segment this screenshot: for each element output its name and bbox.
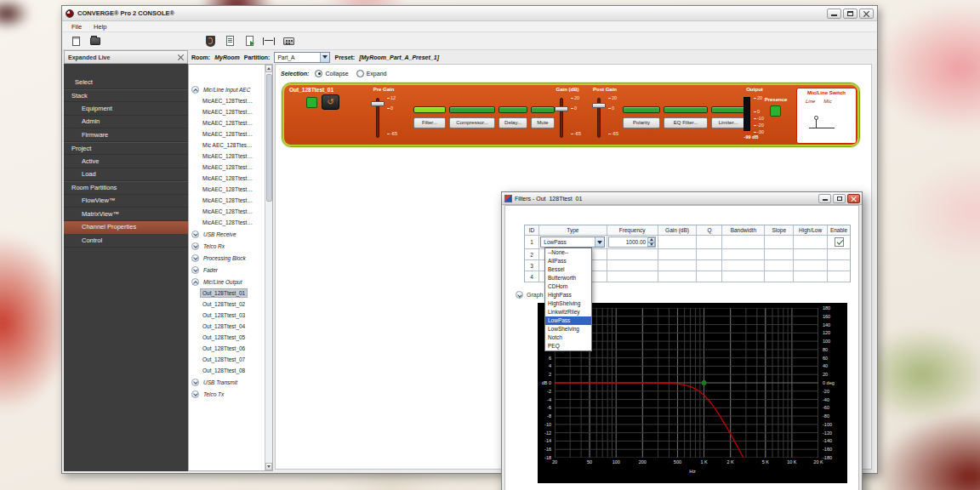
tree-node[interactable]: Mic/Line Output bbox=[189, 276, 265, 288]
expander-icon[interactable] bbox=[516, 291, 523, 299]
dialog-minimize-button[interactable] bbox=[818, 194, 831, 203]
scrollbar-thumb[interactable] bbox=[266, 74, 272, 202]
dropdown-option[interactable]: CDHorn bbox=[545, 282, 591, 291]
sidebar-item[interactable]: Admin bbox=[64, 116, 188, 129]
tree-node[interactable]: MicAEC_128Ttest_02 bbox=[189, 106, 265, 117]
tree-node[interactable]: Out_128Ttest_07 bbox=[189, 354, 265, 365]
filter-type-select[interactable]: LowPass bbox=[540, 236, 605, 248]
report-button[interactable] bbox=[221, 34, 238, 48]
tree-node[interactable]: Out_128Ttest_08 bbox=[189, 365, 265, 376]
menu-item[interactable]: Help bbox=[88, 22, 112, 31]
dropdown-option[interactable]: LowPass bbox=[545, 316, 591, 325]
sidebar-item[interactable]: Room Partitions bbox=[64, 181, 188, 195]
expander-icon[interactable] bbox=[191, 278, 199, 286]
highlow-cell[interactable] bbox=[794, 236, 828, 248]
scroll-up-icon[interactable] bbox=[265, 65, 272, 72]
tree-node[interactable]: MicAEC_128Ttest_06 bbox=[189, 151, 265, 162]
tree-node[interactable]: USB Receive bbox=[189, 228, 265, 240]
tree-node[interactable]: MicAEC_128Ttest_09 bbox=[189, 184, 265, 195]
export-button[interactable] bbox=[241, 34, 258, 48]
close-panel-button[interactable] bbox=[178, 54, 184, 60]
dropdown-option[interactable]: Bessel bbox=[545, 265, 591, 274]
fader-handle[interactable] bbox=[592, 103, 606, 108]
enable-checkbox[interactable] bbox=[835, 237, 844, 247]
tree-node[interactable]: Out_128Ttest_05 bbox=[189, 332, 265, 343]
tree-node[interactable]: Mic/Line Input AEC bbox=[189, 83, 265, 95]
dropdown-option[interactable]: LowShelving bbox=[545, 325, 591, 333]
dropdown-option[interactable]: Notch bbox=[545, 333, 591, 342]
sidebar-item[interactable]: Firmware bbox=[64, 128, 188, 142]
sidebar-item[interactable]: Load bbox=[64, 168, 188, 182]
sidebar-item[interactable]: Project bbox=[64, 142, 188, 156]
close-button[interactable] bbox=[859, 9, 874, 19]
tree-scrollbar[interactable] bbox=[265, 65, 272, 470]
dialog-titlebar[interactable]: Filters - Out_128Ttest_01 bbox=[502, 192, 862, 205]
radio-option[interactable]: Expand bbox=[356, 70, 387, 77]
sidebar-item[interactable]: Stack bbox=[64, 89, 188, 103]
dropdown-option[interactable]: Butterworth bbox=[545, 274, 591, 282]
tree-node[interactable]: MicAEC_128Ttest_12 bbox=[189, 217, 265, 228]
switch-lever-icon[interactable] bbox=[809, 117, 835, 131]
filter-button[interactable]: Filter... bbox=[413, 117, 446, 128]
tree-node[interactable]: USB Transmit bbox=[189, 376, 265, 388]
sidebar-item[interactable]: Equipment bbox=[64, 102, 188, 116]
gain-cell[interactable] bbox=[658, 236, 698, 248]
dropdown-option[interactable]: AllPass bbox=[545, 257, 591, 265]
sidebar-item[interactable]: Channel Properties bbox=[64, 221, 188, 235]
open-folder-button[interactable] bbox=[87, 34, 104, 48]
expander-icon[interactable] bbox=[191, 266, 199, 274]
eq-filter-button[interactable]: EQ Filter... bbox=[664, 117, 708, 128]
dropdown-option[interactable]: LinkwitzRiley bbox=[545, 308, 591, 316]
expander-icon[interactable] bbox=[191, 254, 199, 262]
fader-handle[interactable] bbox=[555, 106, 568, 111]
tree-node[interactable]: MicAEC_128Ttest_07 bbox=[189, 162, 265, 173]
expander-icon[interactable] bbox=[191, 242, 199, 250]
tree-node[interactable]: MicAEC_128Ttest_10 bbox=[189, 195, 265, 206]
sidebar-item[interactable]: MatrixView™ bbox=[64, 208, 188, 221]
frequency-input[interactable]: 1000.00 bbox=[608, 236, 656, 248]
tree-node[interactable]: Out_128Ttest_03 bbox=[189, 310, 265, 321]
graph-plot-area[interactable] bbox=[555, 308, 818, 458]
maximize-button[interactable] bbox=[843, 9, 858, 19]
spin-down-icon[interactable] bbox=[647, 242, 655, 248]
dialog-close-button[interactable] bbox=[847, 194, 860, 203]
dropdown-option[interactable]: HighPass bbox=[545, 291, 591, 299]
tree-node[interactable]: Out_128Ttest_04 bbox=[189, 321, 265, 332]
scroll-down-icon[interactable] bbox=[265, 463, 272, 470]
partition-select[interactable]: Part_A bbox=[274, 52, 330, 63]
delay-button[interactable]: Delay... bbox=[499, 117, 527, 128]
fit-width-button[interactable] bbox=[260, 34, 277, 48]
dropdown-option[interactable]: PEQ bbox=[545, 342, 591, 350]
tree-node[interactable]: Out_128Ttest_06 bbox=[189, 343, 265, 354]
tree-node[interactable]: MicAEC_128Ttest_03 bbox=[189, 117, 265, 128]
sidebar-item[interactable]: Control bbox=[64, 234, 188, 248]
connect-device-button[interactable] bbox=[202, 34, 219, 48]
sidebar-item[interactable]: Select bbox=[64, 76, 188, 89]
q-cell[interactable] bbox=[697, 236, 722, 248]
tree-node[interactable]: MicAEC_128Ttest_01 bbox=[189, 95, 265, 106]
dropdown-option[interactable]: --None-- bbox=[545, 248, 591, 257]
graph-section-toggle[interactable]: Graph bbox=[516, 291, 543, 299]
new-document-button[interactable] bbox=[67, 34, 84, 48]
expander-icon[interactable] bbox=[191, 231, 199, 238]
bandwidth-cell[interactable] bbox=[722, 236, 765, 248]
expander-icon[interactable] bbox=[191, 86, 199, 94]
compressor-button[interactable]: Compressor... bbox=[449, 117, 495, 128]
tree-node[interactable]: MicAEC_128Ttest_11 bbox=[189, 206, 265, 217]
sidebar-item[interactable]: FlowView™ bbox=[64, 195, 188, 208]
mic-line-switch[interactable]: Mic/Line Switch Line Mic bbox=[796, 88, 857, 144]
expander-icon[interactable] bbox=[191, 379, 199, 386]
tree-node[interactable]: Telco Rx bbox=[189, 240, 265, 252]
radio-option[interactable]: Collapse bbox=[315, 70, 348, 77]
tree-node[interactable]: Out_128Ttest_01 bbox=[189, 288, 265, 299]
dialog-maximize-button[interactable] bbox=[833, 194, 846, 203]
window-titlebar[interactable]: CONVERGE® Pro 2 CONSOLE® bbox=[62, 6, 877, 21]
minimize-button[interactable] bbox=[827, 9, 841, 19]
expander-icon[interactable] bbox=[191, 390, 199, 398]
dropdown-option[interactable]: HighShelving bbox=[545, 299, 591, 308]
tree-node[interactable]: Telco Tx bbox=[189, 388, 265, 400]
fader-track[interactable] bbox=[560, 98, 563, 138]
polarity-button[interactable]: Polarity bbox=[623, 117, 660, 128]
tree-node[interactable]: MicAEC_128Ttest_04 bbox=[189, 128, 265, 140]
tree-node[interactable]: Mic AEC_128Ttest_05 bbox=[189, 140, 265, 151]
